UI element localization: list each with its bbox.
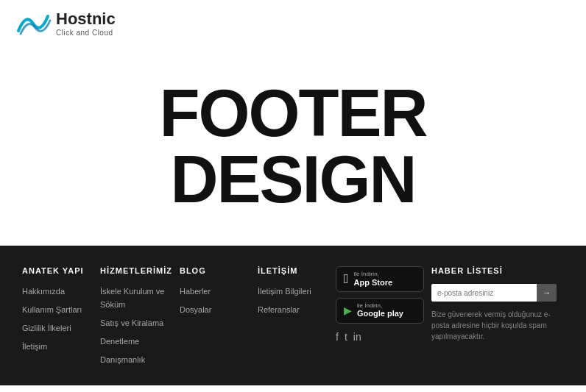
footer-link-dosyalar[interactable]: Dosyalar	[180, 305, 211, 314]
footer-link-satis[interactable]: Satış ve Kiralama	[100, 318, 163, 327]
footer-col-blog: BLOG Haberler Dosyalar	[180, 266, 258, 371]
footer-col-anatek-yapi: ANATEK YAPI Hakkımızda Kullanım Şartları…	[22, 266, 100, 371]
appstore-button[interactable]:  ile İndirin, App Store	[336, 266, 424, 292]
appstore-name: App Store	[354, 278, 393, 288]
logo-text: Hostnic Click and Cloud	[56, 10, 116, 36]
twitter-icon[interactable]: t	[345, 331, 347, 343]
playstore-small-label: ile İndirin,	[357, 302, 403, 310]
footer-link-iletisim[interactable]: İletişim	[22, 342, 47, 351]
hero-title-line1: FOOTER	[160, 76, 427, 150]
list-item: İskele Kurulum ve Söküm	[100, 284, 172, 310]
facebook-icon[interactable]: f	[336, 331, 339, 343]
footer-col4-heading: İLETİŞİM	[258, 266, 328, 275]
playstore-name: Google play	[357, 309, 403, 318]
footer-link-iletisim-bilgileri[interactable]: İletişim Bilgileri	[258, 287, 311, 296]
newsletter-submit-button[interactable]: →	[537, 284, 557, 302]
logo-tagline: Click and Cloud	[56, 29, 116, 37]
list-item: Kullanım Şartları	[22, 302, 93, 316]
newsletter-disclaimer: Bize güvenerek vermiş olduğunuz e-posta …	[431, 309, 557, 342]
footer-col-newsletter: HABER LİSTESİ → Bize güvenerek vermiş ol…	[431, 266, 564, 371]
footer-link-haberler[interactable]: Haberler	[180, 287, 211, 296]
playstore-text: ile İndirin, Google play	[357, 302, 403, 319]
logo-brand-name: Hostnic	[56, 10, 116, 28]
footer-link-danismanlik[interactable]: Danışmanlık	[100, 355, 145, 364]
footer-col-iletisim: İLETİŞİM İletişim Bilgileri Referanslar	[258, 266, 336, 371]
linkedin-icon[interactable]: in	[353, 331, 361, 343]
footer-col3-heading: BLOG	[180, 266, 250, 275]
list-item: Denetleme	[100, 334, 172, 347]
playstore-button[interactable]: ▶ ile İndirin, Google play	[336, 298, 424, 324]
footer-col6-heading: HABER LİSTESİ	[431, 266, 557, 275]
logo: Hostnic Click and Cloud	[15, 9, 571, 38]
footer-col-hizmetlerimiz: HİZMETLERİMİZ İskele Kurulum ve Söküm Sa…	[100, 266, 180, 371]
logo-icon	[15, 9, 52, 38]
apple-icon: 	[344, 271, 349, 287]
list-item: Hakkımızda	[22, 284, 93, 297]
hero-title: FOOTER DESIGN	[160, 80, 427, 213]
footer-link-iskele[interactable]: İskele Kurulum ve Söküm	[100, 287, 164, 309]
footer-col3-links: Haberler Dosyalar	[180, 284, 250, 316]
list-item: Dosyalar	[180, 302, 250, 316]
hero-section: FOOTER DESIGN	[0, 47, 586, 246]
list-item: Referanslar	[258, 302, 328, 316]
list-item: İletişim	[22, 339, 93, 352]
list-item: İletişim Bilgileri	[258, 284, 328, 297]
footer-link-referanslar[interactable]: Referanslar	[258, 305, 300, 314]
header: Hostnic Click and Cloud	[0, 0, 586, 47]
play-icon: ▶	[344, 304, 352, 316]
footer-col1-links: Hakkımızda Kullanım Şartları Gizlilik İl…	[22, 284, 93, 352]
list-item: Satış ve Kiralama	[100, 316, 172, 329]
newsletter-form: →	[431, 284, 557, 302]
footer-col2-links: İskele Kurulum ve Söküm Satış ve Kiralam…	[100, 284, 172, 366]
footer-col4-links: İletişim Bilgileri Referanslar	[258, 284, 328, 316]
list-item: Haberler	[180, 284, 250, 297]
footer-link-gizlilik[interactable]: Gizlilik İlkeleri	[22, 324, 71, 332]
newsletter-email-input[interactable]	[431, 284, 537, 302]
appstore-text: ile İndirin, App Store	[354, 271, 393, 288]
footer-col1-heading: ANATEK YAPI	[22, 266, 93, 275]
footer-col2-heading: HİZMETLERİMİZ	[100, 266, 172, 275]
hero-title-line2: DESIGN	[170, 143, 415, 216]
list-item: Gizlilik İlkeleri	[22, 321, 93, 334]
footer-link-kullanim[interactable]: Kullanım Şartları	[22, 305, 82, 314]
appstore-small-label: ile İndirin,	[354, 271, 393, 278]
list-item: Danışmanlık	[100, 352, 172, 366]
footer-link-denetleme[interactable]: Denetleme	[100, 337, 139, 346]
footer: ANATEK YAPI Hakkımızda Kullanım Şartları…	[0, 246, 586, 385]
footer-col-apps:  ile İndirin, App Store ▶ ile İndirin, …	[336, 266, 431, 371]
social-icons-row: f t in	[336, 331, 424, 343]
footer-link-hakkimizda[interactable]: Hakkımızda	[22, 287, 65, 296]
